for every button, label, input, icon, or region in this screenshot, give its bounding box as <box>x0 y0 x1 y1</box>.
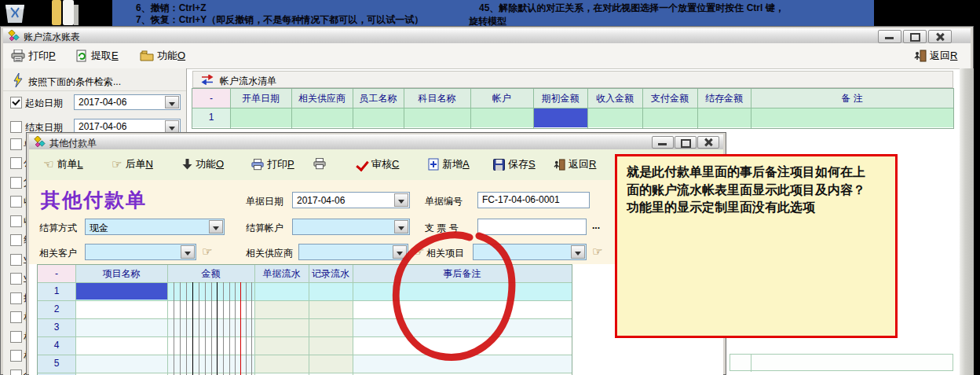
app-icon <box>8 30 20 42</box>
next-doc-button[interactable]: ☞ 后单N <box>112 157 153 171</box>
settle-method-value: 现金 <box>90 222 108 235</box>
note-line: 就是此付款单里面的事后备注项目如何在上 <box>627 164 886 182</box>
search-button-label: 按照下面的条件检索... <box>28 75 121 89</box>
maximize-button[interactable] <box>903 30 927 43</box>
column-header: 金额 <box>167 265 254 282</box>
minimize-icon <box>885 37 894 39</box>
main-window-title: 账户流水账表 <box>24 31 80 44</box>
checkbox-filter[interactable] <box>10 292 22 304</box>
screen: 6、撤销：Ctrl+Z 7、恢复：Ctrl+Y（即反撤销，不是每种情况下都可以，… <box>0 0 980 375</box>
main-grid-title: 帐户流水清单 <box>220 75 276 88</box>
checkbox-filter[interactable] <box>10 177 22 189</box>
bg-tip-line2-left: 7、恢复：Ctrl+Y（即反撤销，不是每种情况下都可以，可以试一试） <box>136 13 423 27</box>
checkbox-filter[interactable] <box>10 350 22 362</box>
account-flow-grid: - 开单日期 相关供应商 员工名称 科目名称 帐户 期初金额 收入金额 支付金额… <box>192 88 954 129</box>
column-header: 开单日期 <box>230 89 291 108</box>
column-header: 备 注 <box>751 89 953 108</box>
dropdown-arrow-icon[interactable] <box>571 245 585 259</box>
dropdown-arrow-icon[interactable] <box>165 96 179 108</box>
grid-corner-header: - <box>192 89 230 108</box>
save-button[interactable]: 保存S <box>493 157 536 171</box>
background-app-panel: 6、撤销：Ctrl+Z 7、恢复：Ctrl+Y（即反撤销，不是每种情况下都可以，… <box>112 0 874 26</box>
settle-method-combo[interactable]: 现金 <box>85 219 225 235</box>
column-header: 科目名称 <box>404 89 470 108</box>
more-button[interactable]: ... <box>592 220 600 231</box>
dropdown-arrow-icon[interactable] <box>181 245 195 259</box>
lookup-hand-icon[interactable]: ☞ <box>592 244 602 259</box>
row-number-cell[interactable]: 2 <box>38 300 75 318</box>
supplier-label: 相关供应商 <box>246 247 293 260</box>
checkbox-filter[interactable] <box>10 215 22 227</box>
extract-button[interactable]: 提取E <box>75 49 119 63</box>
dialog-title: 其他付款单 <box>49 137 97 150</box>
printer-icon <box>11 50 25 62</box>
print-button[interactable]: 打印P <box>11 49 56 63</box>
checkbox-filter[interactable] <box>10 311 22 323</box>
table-row[interactable] <box>230 108 953 127</box>
dialog-heading: 其他付款单 <box>41 187 147 213</box>
checkbox-end-date[interactable] <box>10 121 22 133</box>
function-button[interactable]: 功能O <box>140 49 185 63</box>
recycle-bin-icon[interactable] <box>2 0 28 24</box>
settle-method-label: 结算方式 <box>39 222 77 235</box>
minimize-button[interactable] <box>878 30 901 43</box>
printer-icon[interactable] <box>313 158 326 170</box>
return-button[interactable]: 返回R <box>914 49 957 63</box>
selected-cell[interactable] <box>534 108 587 127</box>
desktop-folder-icon[interactable] <box>47 0 83 25</box>
customer-label: 相关客户 <box>39 247 77 260</box>
checkbox-filter[interactable] <box>10 196 22 208</box>
minimize-icon <box>658 143 667 145</box>
floppy-icon <box>493 159 505 171</box>
checkbox-filter[interactable] <box>10 331 22 343</box>
doc-no-label: 单据编号 <box>425 195 463 208</box>
note-line: 面的账户流水帐表里面显示此项目及内容？ <box>627 182 886 200</box>
prev-doc-button[interactable]: ☜ 前单L <box>43 157 83 171</box>
customer-combo[interactable] <box>85 244 196 260</box>
checkbox-filter[interactable] <box>10 138 22 150</box>
row-number-cell[interactable]: 5 <box>38 355 75 373</box>
dialog-print-button[interactable]: 打印P <box>251 157 294 171</box>
dialog-minimize-button[interactable] <box>652 136 674 149</box>
checkbox-filter[interactable] <box>10 157 22 169</box>
row-number-cell[interactable]: 3 <box>38 318 75 336</box>
dialog-return-button[interactable]: 返回R <box>554 157 596 171</box>
checkbox-start-date[interactable] <box>10 97 22 108</box>
hand-left-icon: ☜ <box>43 157 53 171</box>
dialog-function-button[interactable]: 功能O <box>182 157 224 171</box>
close-button[interactable] <box>928 30 952 43</box>
dropdown-arrow-icon[interactable] <box>209 220 223 233</box>
dialog-maximize-button[interactable] <box>675 136 697 149</box>
checkbox-filter[interactable] <box>10 273 22 285</box>
add-button[interactable]: 新增A <box>428 157 470 171</box>
selected-cell[interactable] <box>76 283 167 300</box>
doc-date-combo[interactable]: 2017-04-06 <box>292 192 410 208</box>
close-icon <box>704 138 713 147</box>
column-header: 支付金额 <box>642 89 697 108</box>
maximize-icon <box>681 139 691 148</box>
start-date-combo[interactable]: 2017-04-06 <box>74 94 181 110</box>
printer-icon <box>251 159 264 171</box>
checkbox-filter[interactable] <box>10 369 22 375</box>
bg-tip-line1-right: 45、解除默认的对正关系，在对此视图选择一个放置位置时按住 Ctrl 键， <box>479 2 784 15</box>
search-button[interactable]: 按照下面的条件检索... <box>3 71 186 91</box>
dialog-close-button[interactable] <box>697 136 719 149</box>
dropdown-arrow-icon[interactable] <box>394 193 408 207</box>
close-icon <box>935 32 945 42</box>
dropdown-arrow-icon[interactable] <box>165 120 179 133</box>
checkbox-filter[interactable] <box>10 234 22 246</box>
row-number-cell[interactable]: 1 <box>38 282 75 300</box>
annotation-note: 就是此付款单里面的事后备注项目如何在上 面的账户流水帐表里面显示此项目及内容？ … <box>615 154 898 338</box>
column-header: 结存金额 <box>697 89 751 108</box>
checkbox-filter[interactable] <box>10 254 22 266</box>
row-number-cell[interactable]: 4 <box>38 336 75 355</box>
window-right-frame <box>960 68 974 375</box>
exit-door-icon <box>914 50 927 62</box>
audit-button[interactable]: 审核C <box>359 157 399 171</box>
column-header: 项目名称 <box>75 265 167 282</box>
lookup-hand-icon[interactable]: ☞ <box>202 244 212 259</box>
column-header: 记录流水 <box>309 265 353 282</box>
row-number-cell[interactable]: 1 <box>192 108 230 127</box>
doc-no-field[interactable]: FC-17-04-06-0001 <box>477 192 590 208</box>
filter-label: 起始日期 <box>25 97 63 110</box>
